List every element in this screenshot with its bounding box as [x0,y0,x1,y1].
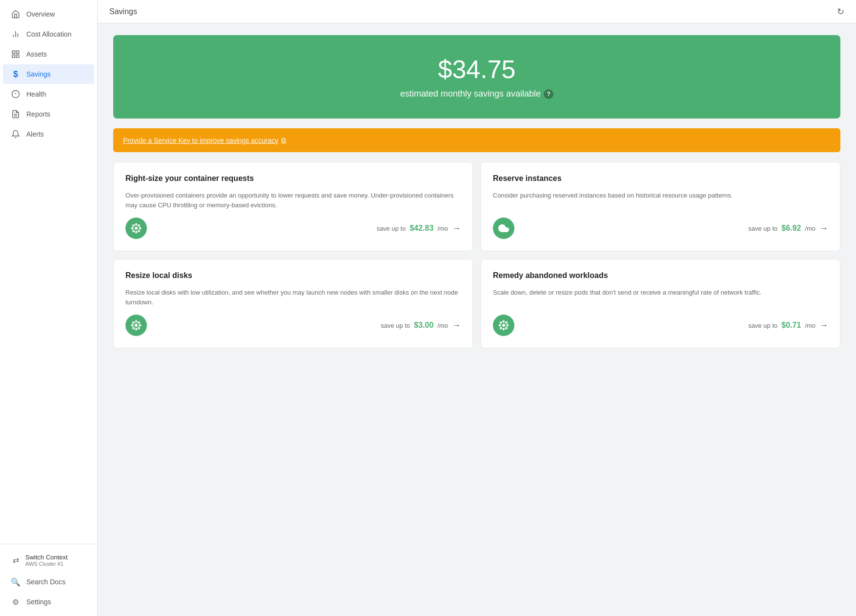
sidebar-item-search-docs[interactable]: 🔍 Search Docs [3,572,94,592]
savings-label: Savings [26,70,51,78]
savings-card-resize-disks: Resize local disksResize local disks wit… [113,259,473,348]
card-title-reserve-instances: Reserve instances [493,174,828,183]
sidebar-item-overview[interactable]: Overview [3,4,94,24]
savings-card-right-size: Right-size your container requestsOver-p… [113,162,473,251]
switch-context-sub: AWS Cluster #1 [25,561,68,567]
sidebar-item-savings[interactable]: $Savings [3,64,94,84]
save-amount-remedy-workloads: $0.71 [781,321,801,330]
settings-icon: ⚙ [11,597,20,607]
savings-info-icon[interactable]: ? [544,89,553,99]
warning-text: Provide a Service Key to improve savings… [123,137,278,144]
sidebar: OverviewCost AllocationAssets$SavingsHea… [0,0,98,616]
save-unit-reserve-instances: /mo [805,225,815,232]
sidebar-item-health[interactable]: Health [3,84,94,104]
assets-label: Assets [26,50,47,58]
card-arrow-right-size[interactable]: → [452,223,461,234]
card-desc-reserve-instances: Consider purchasing reserved instances b… [493,191,828,210]
service-key-link[interactable]: Provide a Service Key to improve savings… [123,136,286,144]
switch-context-text: Switch Context AWS Cluster #1 [25,554,68,567]
search-docs-icon: 🔍 [11,577,20,587]
save-prefix-reserve-instances: save up to [748,225,777,232]
card-title-right-size: Right-size your container requests [125,174,461,183]
sidebar-item-assets[interactable]: Assets [3,44,94,64]
svg-point-14 [135,324,138,327]
savings-cards-grid: Right-size your container requestsOver-p… [113,162,840,348]
sidebar-item-cost-allocation[interactable]: Cost Allocation [3,24,94,44]
reports-label: Reports [26,110,50,118]
card-icon-remedy-workloads [493,315,514,336]
card-savings-right-size[interactable]: save up to $42.83/mo→ [376,223,461,234]
card-title-remedy-workloads: Remedy abandoned workloads [493,271,828,280]
main-content: Savings ↻ $34.75 estimated monthly savin… [98,0,856,616]
card-arrow-reserve-instances[interactable]: → [819,223,828,234]
card-desc-right-size: Over-provisioned containers provide an o… [125,191,461,210]
card-title-resize-disks: Resize local disks [125,271,461,280]
save-amount-reserve-instances: $6.92 [781,224,801,233]
savings-icon: $ [11,69,20,79]
sidebar-item-settings[interactable]: ⚙ Settings [3,592,94,612]
savings-amount: $34.75 [125,55,829,84]
card-savings-resize-disks[interactable]: save up to $3.00/mo→ [381,320,461,331]
sidebar-bottom: ⇄ Switch Context AWS Cluster #1 🔍 Search… [0,544,97,612]
sidebar-item-alerts[interactable]: Alerts [3,124,94,144]
card-footer-reserve-instances: save up to $6.92/mo→ [493,218,828,239]
card-footer-remedy-workloads: save up to $0.71/mo→ [493,315,828,336]
reports-icon [11,109,20,119]
save-amount-resize-disks: $3.00 [414,321,433,330]
card-icon-right-size [125,218,147,239]
alerts-label: Alerts [26,130,44,138]
switch-context-icon: ⇄ [11,556,20,565]
save-unit-resize-disks: /mo [437,322,448,329]
switch-context[interactable]: ⇄ Switch Context AWS Cluster #1 [3,549,94,572]
savings-subtitle-text: estimated monthly savings available [400,89,541,99]
cost-allocation-icon [11,29,20,39]
page-title: Savings [109,7,137,16]
savings-card-reserve-instances: Reserve instancesConsider purchasing res… [481,162,840,251]
health-icon [11,89,20,99]
content-area: $34.75 estimated monthly savings availab… [98,23,856,616]
svg-point-16 [502,324,505,327]
warning-banner: Provide a Service Key to improve savings… [113,128,840,152]
save-prefix-right-size: save up to [376,225,406,232]
savings-hero-banner: $34.75 estimated monthly savings availab… [113,35,840,119]
switch-context-label: Switch Context [25,554,68,561]
savings-subtitle: estimated monthly savings available ? [125,89,829,99]
savings-label-right-size: save up to $42.83/mo [376,224,448,233]
refresh-button[interactable]: ↻ [837,6,844,17]
card-savings-remedy-workloads[interactable]: save up to $0.71/mo→ [748,320,828,331]
savings-label-resize-disks: save up to $3.00/mo [381,321,448,330]
svg-rect-5 [17,55,19,58]
savings-card-remedy-workloads: Remedy abandoned workloadsScale down, de… [481,259,840,348]
card-savings-reserve-instances[interactable]: save up to $6.92/mo→ [748,223,828,234]
health-label: Health [26,90,46,98]
svg-rect-4 [17,51,19,53]
save-unit-right-size: /mo [437,225,448,232]
save-prefix-resize-disks: save up to [381,322,410,329]
card-arrow-remedy-workloads[interactable]: → [819,320,828,331]
save-amount-right-size: $42.83 [409,224,433,233]
savings-label-reserve-instances: save up to $6.92/mo [748,224,815,233]
overview-icon [11,9,20,19]
alerts-icon [11,129,20,139]
card-footer-right-size: save up to $42.83/mo→ [125,218,461,239]
search-docs-label: Search Docs [26,578,65,586]
card-arrow-resize-disks[interactable]: → [452,320,461,331]
sidebar-item-reports[interactable]: Reports [3,104,94,124]
save-unit-remedy-workloads: /mo [805,322,815,329]
assets-icon [11,49,20,59]
save-prefix-remedy-workloads: save up to [748,322,777,329]
svg-rect-6 [12,55,15,58]
svg-rect-3 [12,51,15,53]
card-icon-reserve-instances [493,218,514,239]
external-link-icon: ⧉ [281,136,286,144]
card-footer-resize-disks: save up to $3.00/mo→ [125,315,461,336]
overview-label: Overview [26,10,55,18]
card-desc-resize-disks: Resize local disks with low utilization,… [125,288,461,307]
card-icon-resize-disks [125,315,147,336]
svg-point-12 [135,227,138,230]
cost-allocation-label: Cost Allocation [26,30,72,38]
card-desc-remedy-workloads: Scale down, delete or resize pods that d… [493,288,828,307]
header: Savings ↻ [98,0,856,23]
settings-label: Settings [26,598,51,606]
savings-label-remedy-workloads: save up to $0.71/mo [748,321,815,330]
